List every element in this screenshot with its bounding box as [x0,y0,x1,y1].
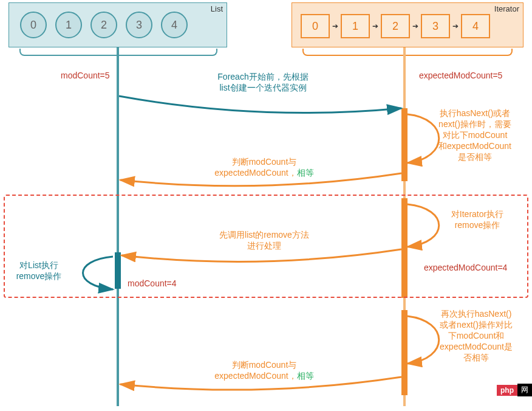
modcount4-label: modCount=4 [128,278,177,288]
activation-bar [401,310,408,395]
brace-right [302,49,513,56]
iterator-item: 0 [301,14,330,38]
php-badge: php 网 [497,384,532,396]
badge-right: 网 [517,384,532,396]
msg-hasnext1: 执行hasNext()或者 next()操作时，需要 对比下modCount 和… [426,108,523,163]
badge-left: php [497,385,517,396]
list-item: 1 [55,12,82,38]
list-items: 0 1 2 3 4 [9,3,227,47]
list-remove-label: 对List执行 remove操作 [9,260,69,282]
msg-list-remove: 先调用list的remove方法 进行处理 [194,230,334,252]
iterator-item: 4 [461,14,490,38]
list-item: 0 [20,12,47,38]
iterator-item: 1 [341,14,370,38]
iterator-title: Iterator [494,4,519,13]
arrow-icon: ➔ [372,22,378,30]
iterator-items: 0 ➔ 1 ➔ 2 ➔ 3 ➔ 4 [292,3,523,49]
msg-iter-remove: 对Iterator执行 remove操作 [435,209,520,231]
iterator-item: 2 [381,14,410,38]
expected-modcount-label: expectedModCount=5 [419,71,502,80]
msg-judge2: 判断modCount与 expectedModCount，相等 [194,360,334,382]
list-title: List [211,4,223,13]
msg-foreach: Foreach开始前，先根据 list创建一个迭代器实例 [192,72,334,94]
list-item: 4 [161,12,188,38]
activation-bar [401,108,408,181]
list-container: List 0 1 2 3 4 [9,2,227,47]
modcount-label: modCount=5 [61,71,110,80]
list-item: 3 [126,12,152,38]
arrow-icon: ➔ [332,22,338,30]
list-item: 2 [90,12,117,38]
expected4-label: expectedModCount=4 [424,263,507,272]
iterator-item: 3 [421,14,450,38]
msg-judge1: 判断modCount与 expectedModCount，相等 [194,157,334,179]
arrow-icon: ➔ [452,22,459,30]
iterator-container: Iterator 0 ➔ 1 ➔ 2 ➔ 3 ➔ 4 [292,2,523,47]
arrow-icon: ➔ [412,22,418,30]
msg-hasnext2: 再次执行hasNext() 或者next()操作对比 下modCount和 ex… [426,309,526,364]
